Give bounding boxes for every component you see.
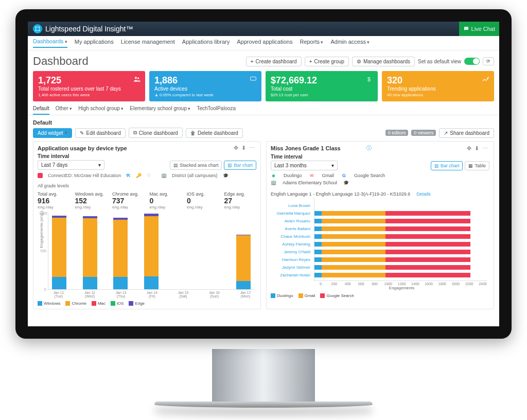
wrench-icon[interactable]: 🛠 — [126, 173, 131, 178]
tab-highschool[interactable]: High school group — [78, 106, 124, 115]
edit-dashboard-button[interactable]: ✎Edit dashboard — [75, 128, 125, 138]
download-icon[interactable]: ⬇ — [473, 145, 481, 152]
share-dashboard-button[interactable]: ↗Share dashboard — [439, 128, 494, 138]
svg-rect-6 — [251, 77, 256, 80]
users-icon — [133, 75, 141, 84]
course-name: English Language 1 - English Language 12… — [271, 191, 410, 197]
y-axis-label: Engagements (eng.) — [39, 211, 44, 248]
stat-item: Edge avg.27eng./day — [224, 191, 257, 209]
chevron-down-icon: ▾ — [98, 162, 101, 168]
laptop-icon — [249, 75, 257, 84]
building-icon: 🏢 — [271, 180, 276, 185]
chevron-down-icon: ▾ — [331, 163, 334, 168]
duolingo-icon: ◆ — [271, 172, 276, 178]
app-header: Lightspeed Digital Insight™ Live Chat — [28, 22, 499, 36]
dollar-icon: $ — [365, 75, 374, 84]
live-chat-button[interactable]: Live Chat — [459, 22, 499, 36]
filter-app[interactable]: ConnectED: McGraw Hill Education — [48, 173, 121, 178]
arrow-up-icon: ▲ — [154, 93, 159, 97]
plus-icon: + — [251, 59, 254, 64]
svg-text:$: $ — [367, 76, 371, 82]
svg-point-4 — [135, 77, 137, 79]
class-bar-chart: Luna Brown Gabriella Marquez Aiden Rosar… — [314, 199, 487, 281]
heart-icon[interactable]: ♡ — [147, 173, 151, 178]
create-dashboard-button[interactable]: +Create dashboard — [246, 57, 302, 66]
section-label: Default — [28, 115, 499, 128]
delete-dashboard-button[interactable]: 🗑Delete dashboard — [186, 128, 243, 138]
nav-reports[interactable]: Reports — [300, 39, 323, 47]
nav-approved-applications[interactable]: Approved applications — [237, 39, 292, 47]
nav-license-management[interactable]: License management — [121, 39, 175, 47]
bar-chart-toggle[interactable]: ▥Bar chart — [224, 161, 256, 170]
panel-title: Application usage by device type — [38, 145, 232, 151]
gear-icon: ⚙ — [357, 59, 361, 64]
move-icon[interactable]: ✥ — [232, 145, 240, 151]
time-interval-label: Time interval — [38, 153, 256, 159]
trend-icon — [482, 75, 490, 84]
bar-chart-icon: ▥ — [434, 163, 439, 168]
table-toggle[interactable]: ▦Table — [465, 161, 489, 170]
viewers-badge: 0 viewers — [411, 130, 436, 136]
clone-dashboard-button[interactable]: ⧉Clone dashboard — [129, 128, 183, 138]
create-group-button[interactable]: +Create group — [305, 57, 349, 66]
brand-title: Lightspeed Digital Insight™ — [45, 25, 133, 33]
set-default-label: Set as default view — [418, 59, 461, 64]
editors-badge: 0 editors — [385, 130, 409, 136]
time-interval-select[interactable]: Last 7 days▾ — [38, 160, 104, 170]
stat-item: iOS avg.0eng./day — [187, 191, 219, 209]
move-icon[interactable]: ✥ — [465, 145, 473, 152]
panel-app-usage: Application usage by device type ✥ ⬇ ⋯ T… — [33, 141, 261, 309]
kpi-total-users[interactable]: 1,725 Total rostered users over last 7 d… — [33, 71, 145, 101]
manage-dashboards-button[interactable]: ⚙Manage dashboards — [352, 57, 415, 66]
kpi-active-devices[interactable]: 1,886 Active devices ▲0.05% compared to … — [149, 71, 261, 101]
tab-techtool[interactable]: TechToolPalooza — [197, 106, 236, 115]
graduation-icon: 🎓 — [223, 173, 229, 178]
tab-default[interactable]: Default — [33, 106, 49, 115]
gmail-icon: ✉ — [309, 172, 315, 178]
school-name: Adams Elementary School — [283, 180, 337, 185]
add-widget-button[interactable]: Add widget — [33, 128, 72, 138]
building-icon: 🏢 — [161, 173, 167, 178]
more-icon[interactable]: ⋯ — [481, 145, 489, 152]
pencil-icon: ✎ — [80, 130, 84, 136]
graduation-icon: 🎓 — [343, 180, 349, 185]
kpi-total-cost[interactable]: $72,669.12 Total cost $29.13 cost per us… — [266, 71, 378, 101]
tab-elementary[interactable]: Elementary school group — [130, 106, 190, 115]
key-icon[interactable]: 🔑 — [136, 173, 142, 178]
stacked-area-toggle[interactable]: ▤Stacked area chart — [170, 161, 222, 170]
nav-admin-access[interactable]: Admin access — [330, 39, 370, 47]
google-icon: G — [341, 172, 347, 178]
usage-bar-chart: Engagements (eng.) 0 500 1000 — [48, 213, 254, 290]
x-axis-label: Engagements — [314, 286, 489, 290]
main-nav: Dashboards My applications License manag… — [28, 36, 499, 50]
area-chart-icon: ▤ — [173, 163, 178, 168]
refresh-icon: ⟳ — [486, 59, 490, 64]
nav-dashboards[interactable]: Dashboards — [33, 38, 67, 48]
trash-icon: 🗑 — [190, 130, 196, 136]
download-icon[interactable]: ⬇ — [240, 145, 248, 151]
filter-district[interactable]: District (all campuses) — [172, 173, 218, 178]
details-link[interactable]: Details — [416, 191, 431, 197]
tab-other[interactable]: Other — [56, 106, 73, 115]
bar-chart-toggle[interactable]: ▥Bar chart — [431, 161, 463, 170]
time-interval-select[interactable]: Last 3 months▾ — [271, 161, 338, 170]
stat-item: Chrome avg.737eng./day — [112, 191, 145, 209]
copy-icon: ⧉ — [133, 130, 137, 136]
nav-my-applications[interactable]: My applications — [75, 39, 114, 47]
nav-applications-library[interactable]: Applications library — [182, 39, 230, 47]
default-view-toggle[interactable] — [464, 58, 480, 65]
panel-title: Miss Jones Grade 1 Class — [271, 145, 364, 151]
brand-logo-icon — [33, 24, 42, 33]
refresh-button[interactable]: ⟳ — [483, 57, 494, 65]
stat-item: Mac avg.0eng./day — [150, 191, 182, 209]
chat-icon — [463, 26, 469, 32]
stat-item: Windows avg.152eng./day — [75, 191, 108, 209]
bar-chart-icon: ▥ — [227, 163, 232, 168]
kpi-trending-apps[interactable]: 320 Trending applications 40 new applica… — [382, 71, 494, 101]
more-icon[interactable]: ⋯ — [248, 145, 256, 151]
panel-class: Miss Jones Grade 1 Class ⓘ ✥ ⬇ ⋯ Time in… — [266, 141, 494, 309]
info-icon[interactable]: ⓘ — [366, 145, 372, 152]
group-tabs: Default Other High school group Elementa… — [28, 101, 499, 115]
app-icon — [38, 173, 43, 178]
filter-grade[interactable]: All grade levels — [38, 183, 69, 188]
